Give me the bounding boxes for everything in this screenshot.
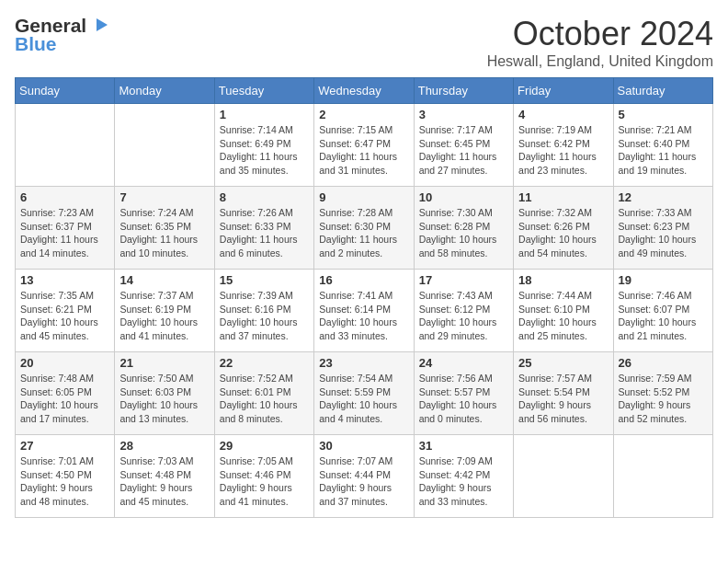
week-row-1: 1Sunrise: 7:14 AMSunset: 6:49 PMDaylight… <box>16 104 713 187</box>
logo-blue-text: Blue <box>15 33 57 55</box>
calendar-cell: 15Sunrise: 7:39 AMSunset: 6:16 PMDayligh… <box>214 270 313 352</box>
day-number: 3 <box>419 108 508 121</box>
calendar-cell: 19Sunrise: 7:46 AMSunset: 6:07 PMDayligh… <box>613 270 712 352</box>
calendar-cell: 2Sunrise: 7:15 AMSunset: 6:47 PMDaylight… <box>314 104 414 187</box>
calendar-cell: 25Sunrise: 7:57 AMSunset: 5:54 PMDayligh… <box>514 352 613 435</box>
weekday-header-monday: Monday <box>115 78 214 104</box>
day-number: 5 <box>619 108 708 121</box>
title-area: October 2024 Heswall, England, United Ki… <box>487 15 713 70</box>
day-info: Sunrise: 7:44 AMSunset: 6:10 PMDaylight:… <box>518 289 608 343</box>
day-number: 30 <box>319 439 408 453</box>
day-number: 14 <box>119 273 209 287</box>
page-header: General Blue October 2024 Heswall, Engla… <box>15 15 713 70</box>
calendar-cell: 6Sunrise: 7:23 AMSunset: 6:37 PMDaylight… <box>16 187 115 270</box>
calendar-cell: 4Sunrise: 7:19 AMSunset: 6:42 PMDaylight… <box>514 104 613 187</box>
day-info: Sunrise: 7:09 AMSunset: 4:42 PMDaylight:… <box>419 454 508 509</box>
weekday-header-thursday: Thursday <box>414 78 513 104</box>
day-info: Sunrise: 7:03 AMSunset: 4:48 PMDaylight:… <box>119 454 209 509</box>
day-number: 24 <box>419 356 508 370</box>
day-info: Sunrise: 7:43 AMSunset: 6:12 PMDaylight:… <box>419 289 508 343</box>
day-info: Sunrise: 7:32 AMSunset: 6:26 PMDaylight:… <box>518 206 608 260</box>
calendar-cell: 13Sunrise: 7:35 AMSunset: 6:21 PMDayligh… <box>16 270 115 352</box>
calendar-cell: 20Sunrise: 7:48 AMSunset: 6:05 PMDayligh… <box>16 352 115 435</box>
day-number: 27 <box>20 439 109 453</box>
calendar-cell: 23Sunrise: 7:54 AMSunset: 5:59 PMDayligh… <box>314 352 414 435</box>
day-number: 19 <box>619 273 708 287</box>
weekday-header-tuesday: Tuesday <box>214 78 313 104</box>
svg-marker-0 <box>97 18 108 31</box>
weekday-header-row: SundayMondayTuesdayWednesdayThursdayFrid… <box>16 78 713 104</box>
day-info: Sunrise: 7:19 AMSunset: 6:42 PMDaylight:… <box>518 123 608 178</box>
calendar-cell: 24Sunrise: 7:56 AMSunset: 5:57 PMDayligh… <box>414 352 513 435</box>
calendar-cell: 5Sunrise: 7:21 AMSunset: 6:40 PMDaylight… <box>613 104 712 187</box>
calendar-cell: 21Sunrise: 7:50 AMSunset: 6:03 PMDayligh… <box>115 352 214 435</box>
week-row-4: 20Sunrise: 7:48 AMSunset: 6:05 PMDayligh… <box>16 352 713 435</box>
calendar-cell: 31Sunrise: 7:09 AMSunset: 4:42 PMDayligh… <box>414 435 513 518</box>
day-info: Sunrise: 7:21 AMSunset: 6:40 PMDaylight:… <box>619 123 708 178</box>
day-info: Sunrise: 7:17 AMSunset: 6:45 PMDaylight:… <box>419 123 508 178</box>
day-info: Sunrise: 7:52 AMSunset: 6:01 PMDaylight:… <box>220 372 309 426</box>
calendar-cell: 7Sunrise: 7:24 AMSunset: 6:35 PMDaylight… <box>115 187 214 270</box>
calendar-table: SundayMondayTuesdayWednesdayThursdayFrid… <box>15 77 713 518</box>
day-info: Sunrise: 7:54 AMSunset: 5:59 PMDaylight:… <box>319 372 408 426</box>
calendar-cell: 1Sunrise: 7:14 AMSunset: 6:49 PMDaylight… <box>214 104 313 187</box>
day-info: Sunrise: 7:57 AMSunset: 5:54 PMDaylight:… <box>518 372 608 426</box>
day-number: 4 <box>518 108 608 121</box>
day-number: 26 <box>619 356 708 370</box>
calendar-cell: 18Sunrise: 7:44 AMSunset: 6:10 PMDayligh… <box>514 270 613 352</box>
day-number: 2 <box>319 108 408 121</box>
day-number: 9 <box>319 190 408 204</box>
logo-icon <box>89 15 109 35</box>
weekday-header-sunday: Sunday <box>16 78 115 104</box>
calendar-cell: 12Sunrise: 7:33 AMSunset: 6:23 PMDayligh… <box>613 187 712 270</box>
calendar-cell: 28Sunrise: 7:03 AMSunset: 4:48 PMDayligh… <box>115 435 214 518</box>
day-info: Sunrise: 7:30 AMSunset: 6:28 PMDaylight:… <box>419 206 508 260</box>
location-title: Heswall, England, United Kingdom <box>487 53 713 70</box>
calendar-cell: 10Sunrise: 7:30 AMSunset: 6:28 PMDayligh… <box>414 187 513 270</box>
day-number: 16 <box>319 273 408 287</box>
day-number: 15 <box>220 273 309 287</box>
day-info: Sunrise: 7:28 AMSunset: 6:30 PMDaylight:… <box>319 206 408 260</box>
day-number: 18 <box>518 273 608 287</box>
calendar-cell: 3Sunrise: 7:17 AMSunset: 6:45 PMDaylight… <box>414 104 513 187</box>
day-number: 7 <box>119 190 209 204</box>
calendar-cell: 14Sunrise: 7:37 AMSunset: 6:19 PMDayligh… <box>115 270 214 352</box>
day-number: 12 <box>619 190 708 204</box>
day-number: 11 <box>518 190 608 204</box>
day-number: 21 <box>119 356 209 370</box>
week-row-2: 6Sunrise: 7:23 AMSunset: 6:37 PMDaylight… <box>16 187 713 270</box>
calendar-cell: 17Sunrise: 7:43 AMSunset: 6:12 PMDayligh… <box>414 270 513 352</box>
calendar-cell: 26Sunrise: 7:59 AMSunset: 5:52 PMDayligh… <box>613 352 712 435</box>
day-info: Sunrise: 7:39 AMSunset: 6:16 PMDaylight:… <box>220 289 309 343</box>
day-info: Sunrise: 7:48 AMSunset: 6:05 PMDaylight:… <box>20 372 109 426</box>
day-info: Sunrise: 7:24 AMSunset: 6:35 PMDaylight:… <box>119 206 209 260</box>
logo: General Blue <box>15 15 109 55</box>
day-number: 25 <box>518 356 608 370</box>
weekday-header-saturday: Saturday <box>613 78 712 104</box>
day-info: Sunrise: 7:01 AMSunset: 4:50 PMDaylight:… <box>20 454 109 509</box>
day-info: Sunrise: 7:33 AMSunset: 6:23 PMDaylight:… <box>619 206 708 260</box>
calendar-cell: 30Sunrise: 7:07 AMSunset: 4:44 PMDayligh… <box>314 435 414 518</box>
day-number: 10 <box>419 190 508 204</box>
day-number: 6 <box>20 190 109 204</box>
calendar-cell <box>514 435 613 518</box>
day-number: 17 <box>419 273 508 287</box>
day-number: 31 <box>419 439 508 453</box>
day-info: Sunrise: 7:26 AMSunset: 6:33 PMDaylight:… <box>220 206 309 260</box>
day-info: Sunrise: 7:59 AMSunset: 5:52 PMDaylight:… <box>619 372 708 426</box>
calendar-cell: 16Sunrise: 7:41 AMSunset: 6:14 PMDayligh… <box>314 270 414 352</box>
day-number: 20 <box>20 356 109 370</box>
day-info: Sunrise: 7:23 AMSunset: 6:37 PMDaylight:… <box>20 206 109 260</box>
day-number: 23 <box>319 356 408 370</box>
calendar-cell: 29Sunrise: 7:05 AMSunset: 4:46 PMDayligh… <box>214 435 313 518</box>
calendar-cell: 11Sunrise: 7:32 AMSunset: 6:26 PMDayligh… <box>514 187 613 270</box>
day-info: Sunrise: 7:50 AMSunset: 6:03 PMDaylight:… <box>119 372 209 426</box>
calendar-cell <box>613 435 712 518</box>
calendar-cell: 27Sunrise: 7:01 AMSunset: 4:50 PMDayligh… <box>16 435 115 518</box>
day-number: 29 <box>220 439 309 453</box>
calendar-cell <box>115 104 214 187</box>
day-info: Sunrise: 7:05 AMSunset: 4:46 PMDaylight:… <box>220 454 309 509</box>
day-info: Sunrise: 7:15 AMSunset: 6:47 PMDaylight:… <box>319 123 408 178</box>
day-number: 22 <box>220 356 309 370</box>
day-info: Sunrise: 7:35 AMSunset: 6:21 PMDaylight:… <box>20 289 109 343</box>
